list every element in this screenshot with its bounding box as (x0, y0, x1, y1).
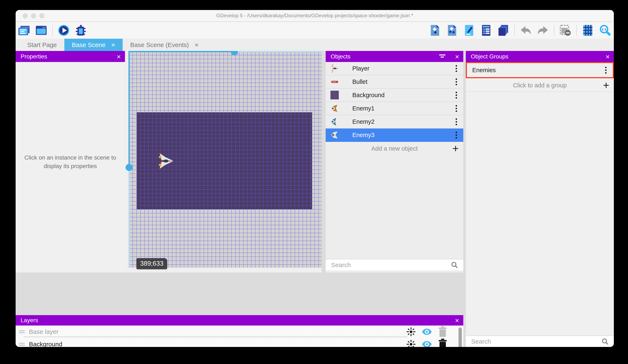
layers-panel: Layers × Base layer (16, 315, 463, 347)
debug-icon[interactable] (75, 24, 87, 36)
redo-icon[interactable] (537, 24, 549, 36)
svg-text:1:1: 1:1 (602, 27, 606, 31)
player-instance[interactable] (156, 151, 174, 171)
close-icon[interactable]: × (455, 316, 459, 324)
object-name: Enemy1 (352, 105, 374, 112)
toolbar-divider (52, 25, 53, 36)
objects-editor-icon[interactable] (429, 24, 441, 36)
tab-base-scene[interactable]: Base Scene × (64, 39, 123, 51)
tab-start-page[interactable]: Start Page (20, 39, 64, 51)
more-options-icon[interactable] (456, 121, 457, 122)
instances-list-icon[interactable] (480, 24, 492, 36)
enemy2-sprite-icon (330, 117, 339, 126)
object-row-enemy1[interactable]: Enemy1 (326, 102, 463, 115)
delete-layer-trash-icon[interactable] (438, 339, 448, 347)
more-options-icon[interactable] (456, 81, 457, 83)
properties-empty-message: Click on an instance in the scene to dis… (16, 153, 125, 170)
object-name: Bullet (352, 78, 368, 85)
object-row-enemy3[interactable]: Enemy3 (326, 128, 463, 142)
groups-search-input[interactable]: Search (466, 336, 614, 347)
search-placeholder: Search (331, 261, 351, 269)
bullet-sprite-icon (330, 77, 339, 87)
tab-label: Start Page (27, 41, 57, 49)
tab-label: Base Scene (72, 41, 106, 49)
more-options-icon[interactable] (456, 68, 457, 69)
search-placeholder: Search (471, 338, 491, 345)
layers-scrollbar-thumb[interactable] (459, 328, 462, 347)
vertical-scroll-handle[interactable] (126, 164, 133, 171)
group-name: Enemies (472, 67, 496, 74)
horizontal-scroll-line-rest (235, 51, 322, 52)
object-name: Enemy2 (352, 118, 374, 125)
layers-panel-title: Layers (21, 317, 38, 324)
objects-panel-title: Objects (331, 53, 350, 60)
layer-visibility-eye-icon[interactable] (422, 339, 432, 347)
layer-name-underline (24, 337, 407, 337)
more-options-icon[interactable] (456, 108, 457, 109)
add-object-button[interactable]: Add a new object + (326, 142, 463, 155)
tab-close-icon[interactable]: × (111, 42, 115, 48)
filter-icon[interactable] (439, 54, 446, 60)
more-options-icon[interactable] (456, 134, 457, 136)
undo-icon[interactable] (520, 24, 532, 36)
objects-panel: Objects × Player Bullet (326, 51, 463, 272)
drag-handle-icon[interactable] (19, 343, 25, 344)
properties-panel-title: Properties (21, 53, 47, 60)
search-icon (601, 338, 609, 345)
app-window: GDevelop 5 - /Users/dkarakay/Documents/G… (16, 10, 614, 347)
enemy3-sprite-icon (330, 130, 339, 140)
delete-layer-trash-icon[interactable] (438, 327, 448, 337)
vertical-scroll-line-rest (129, 168, 130, 268)
object-row-bullet[interactable]: Bullet (326, 75, 463, 89)
plus-icon: + (603, 80, 609, 91)
toolbar-divider (514, 25, 515, 36)
add-group-button[interactable]: Click to add a group + (466, 79, 614, 92)
play-icon[interactable] (58, 24, 70, 36)
tab-bar: Start Page Base Scene × Base Scene (Even… (16, 39, 614, 51)
horizontal-scroll-line (129, 51, 235, 52)
vertical-scroll-line (129, 51, 130, 168)
more-options-icon[interactable] (456, 94, 457, 96)
group-row-enemies-highlighted[interactable]: Enemies (466, 62, 614, 78)
enemy1-sprite-icon (330, 104, 339, 113)
object-row-background[interactable]: Background (326, 89, 463, 102)
more-options-icon[interactable] (605, 69, 607, 71)
layer-name-input[interactable]: Background (29, 341, 62, 347)
toolbar: 1:1 (16, 22, 614, 39)
object-row-enemy2[interactable]: Enemy2 (326, 115, 463, 128)
grid-icon[interactable] (582, 24, 594, 36)
tab-base-scene-events[interactable]: Base Scene (Events) × (123, 39, 206, 51)
drag-handle-icon[interactable] (19, 330, 25, 331)
layer-effects-icon[interactable] (406, 339, 416, 347)
add-object-label: Add a new object (371, 145, 417, 152)
object-groups-icon[interactable] (446, 24, 458, 36)
layers-icon[interactable] (497, 24, 509, 36)
object-row-player[interactable]: Player (326, 62, 463, 75)
project-manager-icon[interactable] (18, 24, 30, 36)
layer-visibility-eye-icon[interactable] (422, 327, 432, 337)
preview-window-icon[interactable] (35, 24, 47, 36)
close-icon[interactable]: × (606, 53, 610, 61)
search-icon (451, 261, 458, 269)
object-name: Player (352, 65, 369, 72)
close-icon[interactable]: × (117, 53, 121, 61)
layer-name-input[interactable]: Base layer (29, 328, 59, 335)
toolbar-divider (554, 25, 554, 36)
layer-effects-icon[interactable] (406, 327, 416, 337)
properties-icon[interactable] (463, 24, 475, 36)
objects-search-input[interactable]: Search (326, 259, 463, 270)
close-icon[interactable]: × (455, 53, 459, 61)
window-mask-icon[interactable] (559, 24, 571, 36)
plus-icon: + (453, 143, 459, 154)
layer-row-base: Base layer (16, 326, 463, 338)
tab-label: Base Scene (Events) (130, 41, 189, 49)
properties-panel: Properties × Click on an instance in the… (16, 51, 125, 272)
background-sprite-icon (330, 90, 339, 100)
toolbar-divider (576, 25, 577, 36)
zoom-1-1-icon[interactable]: 1:1 (599, 24, 611, 36)
scene-canvas[interactable]: 389;633 (125, 51, 322, 272)
object-groups-panel-title: Object Groups (471, 53, 508, 60)
tab-close-icon[interactable]: × (195, 42, 199, 48)
object-name: Background (352, 92, 385, 99)
object-name: Enemy3 (352, 132, 374, 138)
